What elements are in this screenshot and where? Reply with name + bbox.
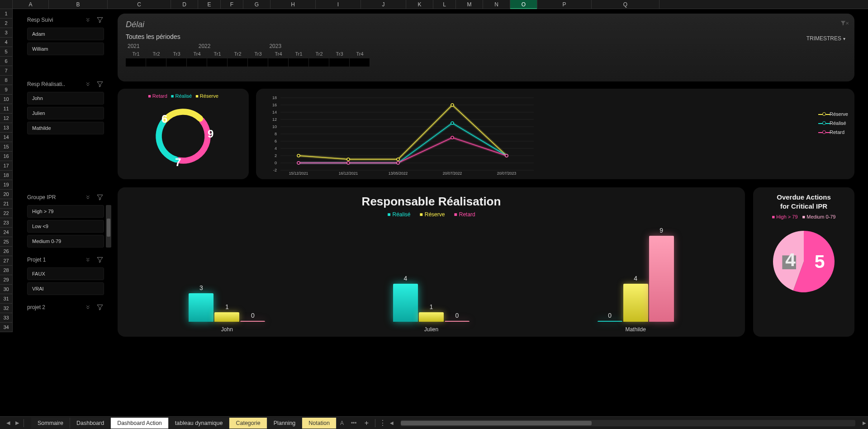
multiselect-icon[interactable] <box>85 193 93 201</box>
row-header-8[interactable]: 8 <box>0 76 13 85</box>
row-header-34[interactable]: 34 <box>0 323 13 332</box>
row-header-11[interactable]: 11 <box>0 104 13 114</box>
column-header-H[interactable]: H <box>270 0 316 9</box>
clear-filter-icon[interactable] <box>96 303 104 311</box>
sheet-nav-next[interactable]: ▶ <box>13 420 22 426</box>
clear-filter-icon[interactable]: ✕ <box>840 20 846 28</box>
column-header-B[interactable]: B <box>49 0 108 9</box>
sheet-tab-dashboard[interactable]: Dashboard <box>70 418 111 429</box>
row-header-20[interactable]: 20 <box>0 190 13 199</box>
row-header-7[interactable]: 7 <box>0 66 13 76</box>
timeline-mode-dropdown[interactable]: TRIMESTRES <box>806 35 845 42</box>
column-header-N[interactable]: N <box>483 0 510 9</box>
timeline-quarter-Tr3[interactable]: Tr3 <box>166 51 187 67</box>
sheet-tab-categorie[interactable]: Categorie <box>229 418 267 429</box>
column-header-C[interactable]: C <box>108 0 171 9</box>
clear-filter-icon[interactable] <box>96 80 104 88</box>
row-header-31[interactable]: 31 <box>0 294 13 304</box>
multiselect-icon[interactable] <box>85 80 93 88</box>
row-header-6[interactable]: 6 <box>0 57 13 66</box>
line-chart-card[interactable]: -202468101214161815/12/202116/12/202113/… <box>256 89 854 179</box>
timeline-quarter-Tr2[interactable]: Tr2 <box>228 51 248 67</box>
slicer-item[interactable]: High > 79 <box>27 205 104 218</box>
row-header-30[interactable]: 30 <box>0 285 13 294</box>
slicer-item[interactable]: Adam <box>27 28 104 40</box>
row-header-4[interactable]: 4 <box>0 38 13 47</box>
slicer-projet-2[interactable]: projet 2 <box>27 303 104 311</box>
row-header-14[interactable]: 14 <box>0 133 13 142</box>
row-header-21[interactable]: 21 <box>0 199 13 209</box>
clear-filter-icon[interactable] <box>96 193 104 201</box>
worksheet-canvas[interactable]: Resp SuiviAdamWilliamResp Réalisati..Joh… <box>13 9 868 416</box>
sheet-tab-dashboard-action[interactable]: Dashboard Action <box>111 418 169 429</box>
slicer-item[interactable]: William <box>27 43 104 55</box>
row-header-13[interactable]: 13 <box>0 123 13 133</box>
row-header-1[interactable]: 1 <box>0 9 13 19</box>
slicer-item[interactable]: FAUX <box>27 267 104 280</box>
row-header-24[interactable]: 24 <box>0 228 13 237</box>
column-header-I[interactable]: I <box>316 0 361 9</box>
row-header-12[interactable]: 12 <box>0 114 13 123</box>
multiselect-icon[interactable] <box>85 303 93 311</box>
row-header-10[interactable]: 10 <box>0 95 13 104</box>
timeline-quarter-Tr1[interactable]: Tr1 <box>126 51 146 67</box>
sheet-tab-ellipsis[interactable]: ••• <box>347 418 360 429</box>
donut-chart-card[interactable]: RetardRéaliséRéserve 976 <box>118 89 249 179</box>
column-header-E[interactable]: E <box>198 0 221 9</box>
column-header-J[interactable]: J <box>361 0 406 9</box>
horizontal-scrollbar[interactable] <box>401 420 856 426</box>
row-header-3[interactable]: 3 <box>0 28 13 38</box>
timeline-quarter-Tr3[interactable]: Tr3 <box>248 51 268 67</box>
column-header-F[interactable]: F <box>221 0 243 9</box>
slicer-resp-suivi[interactable]: Resp SuiviAdamWilliam <box>27 16 104 55</box>
timeline-quarter-Tr1[interactable]: Tr1 <box>289 51 309 67</box>
slicer-item[interactable]: Mathilde <box>27 122 104 134</box>
sheet-tab-overflow[interactable]: A <box>337 418 347 429</box>
row-header-19[interactable]: 19 <box>0 180 13 190</box>
timeline-quarter-Tr4[interactable]: Tr4 <box>350 51 370 67</box>
sheet-tab-sommaire[interactable]: Sommaire <box>31 418 70 429</box>
sheet-tab-planning[interactable]: Planning <box>267 418 303 429</box>
column-header-P[interactable]: P <box>537 0 592 9</box>
row-header-25[interactable]: 25 <box>0 237 13 247</box>
column-header-K[interactable]: K <box>406 0 433 9</box>
row-header-9[interactable]: 9 <box>0 85 13 95</box>
column-header-L[interactable]: L <box>433 0 456 9</box>
sheet-tab-tableau-dynamique[interactable]: tableau dynamique <box>169 418 230 429</box>
multiselect-icon[interactable] <box>85 16 93 24</box>
row-header-28[interactable]: 28 <box>0 266 13 275</box>
column-header-O[interactable]: O <box>510 0 537 9</box>
timeline-quarter-Tr1[interactable]: Tr1 <box>207 51 228 67</box>
more-options-icon[interactable]: ⋮ <box>379 419 386 427</box>
hscroll-thumb[interactable] <box>401 421 592 425</box>
slicer-projet-1[interactable]: Projet 1FAUXVRAI <box>27 256 104 295</box>
slicer-item[interactable]: Medium 0-79 <box>27 235 104 248</box>
row-header-22[interactable]: 22 <box>0 209 13 218</box>
row-header-15[interactable]: 15 <box>0 142 13 152</box>
timeline-quarter-row[interactable]: Tr1Tr2Tr3Tr4Tr1Tr2Tr3Tr4Tr1Tr2Tr3Tr4 <box>126 51 846 67</box>
sheet-nav-prev[interactable]: ◀ <box>4 420 13 426</box>
row-header-32[interactable]: 32 <box>0 304 13 313</box>
slicer-item[interactable]: John <box>27 92 104 105</box>
column-header-M[interactable]: M <box>456 0 483 9</box>
pie-chart-card[interactable]: Overdue Actionsfor Critical IPR High > 7… <box>753 187 854 337</box>
slicer-item[interactable]: VRAI <box>27 282 104 295</box>
slicer-item[interactable]: Low <9 <box>27 220 104 233</box>
sheet-tab-notation[interactable]: Notation <box>302 418 337 429</box>
column-header-D[interactable]: D <box>171 0 198 9</box>
row-header-26[interactable]: 26 <box>0 247 13 256</box>
row-header-27[interactable]: 27 <box>0 256 13 266</box>
timeline-quarter-Tr2[interactable]: Tr2 <box>146 51 166 67</box>
row-header-2[interactable]: 2 <box>0 19 13 28</box>
column-header-G[interactable]: G <box>243 0 270 9</box>
timeline-slicer[interactable]: ✕ Délai Toutes les périodes TRIMESTRES 2… <box>118 14 854 81</box>
row-header-33[interactable]: 33 <box>0 313 13 323</box>
add-sheet-button[interactable]: + <box>360 419 373 427</box>
select-all-corner[interactable] <box>0 0 13 9</box>
clear-filter-icon[interactable] <box>96 16 104 24</box>
row-header-16[interactable]: 16 <box>0 152 13 161</box>
slicer-groupe-ipr[interactable]: Groupe IPRHigh > 79Low <9Medium 0-79 <box>27 193 104 248</box>
row-header-29[interactable]: 29 <box>0 275 13 285</box>
row-header-5[interactable]: 5 <box>0 47 13 57</box>
multiselect-icon[interactable] <box>85 256 93 264</box>
